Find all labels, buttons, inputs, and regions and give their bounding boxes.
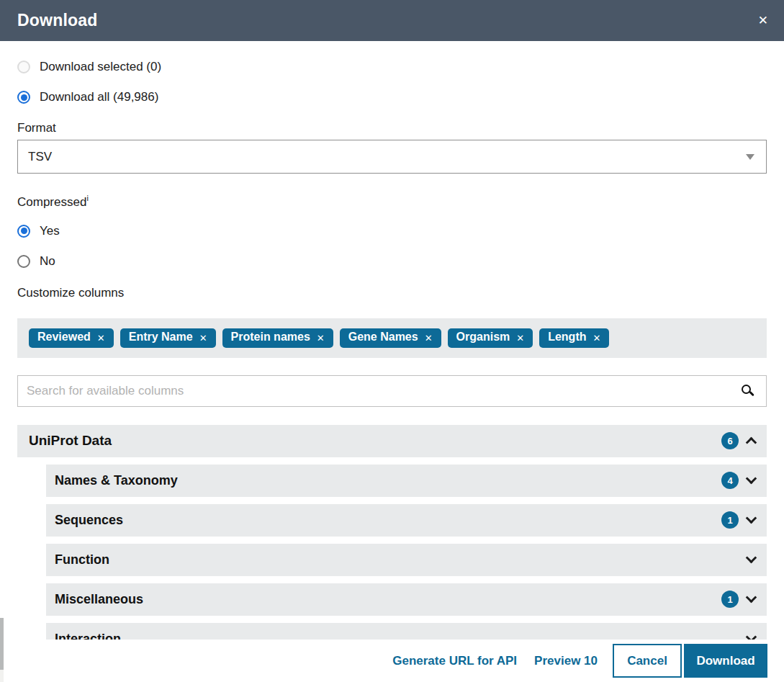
format-select-value: TSV [28,150,52,164]
column-chip-organism[interactable]: Organism ✕ [448,328,533,348]
selected-columns-strip: Reviewed ✕ Entry Name ✕ Protein names ✕ … [17,318,767,358]
preview-10-link[interactable]: Preview 10 [534,654,598,668]
search-icon [742,385,751,394]
format-select[interactable]: TSV [17,140,767,174]
modal-header: Download ✕ [0,0,784,41]
chevron-down-icon [746,473,757,485]
radio-row-download-all: Download all (49,986) [17,89,767,106]
column-chip-reviewed[interactable]: Reviewed ✕ [29,328,114,348]
chip-remove-icon[interactable]: ✕ [425,331,433,344]
dropdown-caret-icon [746,154,754,160]
accordion-row-miscellaneous[interactable]: Miscellaneous 1 [46,583,767,616]
chip-remove-icon[interactable]: ✕ [199,331,207,344]
column-category-accordion: UniProt Data 6 Names & Taxonomy 4 Sequen… [17,425,767,655]
format-label: Format [17,121,767,135]
chevron-down-icon [746,552,757,564]
radio-row-download-selected: Download selected (0) [17,58,767,76]
download-button[interactable]: Download [684,644,767,678]
accordion-row-sequences[interactable]: Sequences 1 [46,504,767,537]
radio-download-all[interactable] [17,91,30,104]
search-input[interactable] [17,375,767,407]
chip-remove-icon[interactable]: ✕ [592,331,600,344]
column-search [17,375,767,407]
radio-compressed-yes[interactable] [17,225,30,238]
count-badge: 1 [721,511,739,529]
radio-compressed-no[interactable] [17,255,30,268]
radio-row-compressed-no: No [17,253,767,270]
modal-title: Download [17,11,97,30]
chip-remove-icon[interactable]: ✕ [317,331,325,344]
count-badge: 6 [721,432,739,449]
close-icon[interactable]: ✕ [758,14,768,27]
chevron-up-icon [746,437,757,449]
chevron-down-icon [746,513,757,524]
radio-label-compressed-yes: Yes [40,224,60,238]
modal-content: Download selected (0) Download all (49,9… [0,58,784,655]
cancel-button[interactable]: Cancel [613,644,682,678]
accordion-row-function[interactable]: Function [46,544,767,576]
accordion-row-uniprot-data[interactable]: UniProt Data 6 [17,425,767,457]
download-modal: Download ✕ Download selected (0) Downloa… [0,0,784,655]
page-edge-corner [0,670,4,682]
modal-footer: Generate URL for API Preview 10 Cancel D… [0,640,784,682]
chip-remove-icon[interactable]: ✕ [97,331,105,344]
radio-label-download-all: Download all (49,986) [40,90,158,104]
chevron-down-icon [746,592,757,604]
radio-row-compressed-yes: Yes [17,223,767,240]
page-edge-scrollbar [0,618,4,670]
column-chip-length[interactable]: Length ✕ [539,328,609,348]
radio-label-compressed-no: No [40,254,55,269]
count-badge: 4 [721,472,739,489]
column-chip-entry-name[interactable]: Entry Name ✕ [120,328,216,348]
accordion-row-names-taxonomy[interactable]: Names & Taxonomy 4 [46,465,767,497]
count-badge: 1 [721,591,739,608]
chip-remove-icon[interactable]: ✕ [516,331,524,344]
radio-download-selected[interactable] [17,60,30,73]
info-superscript: i [86,194,88,202]
column-chip-protein-names[interactable]: Protein names ✕ [222,328,333,348]
compressed-label: Compressedi [17,194,767,210]
column-chip-gene-names[interactable]: Gene Names ✕ [340,328,441,348]
customize-columns-label: Customize columns [17,286,767,300]
generate-url-for-api-link[interactable]: Generate URL for API [392,654,517,668]
radio-label-download-selected: Download selected (0) [40,60,161,74]
